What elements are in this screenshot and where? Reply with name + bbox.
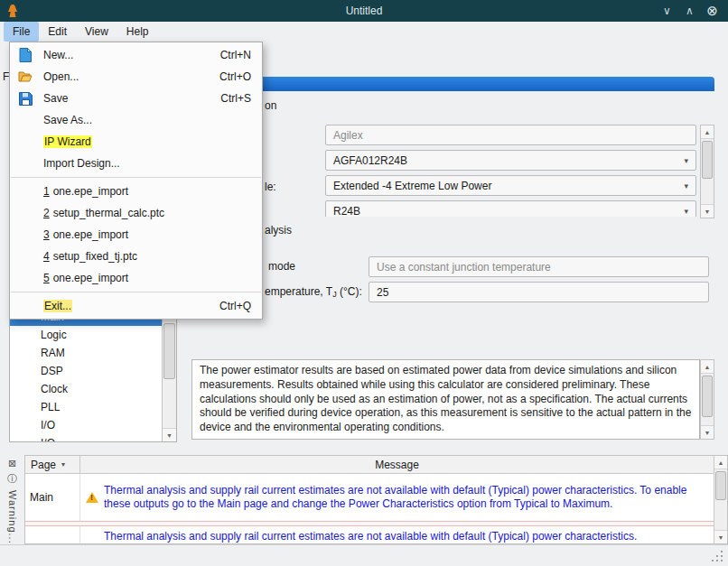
device-family-field[interactable]: Agilex <box>325 125 696 145</box>
message-row[interactable]: Thermal analysis and supply rail current… <box>25 526 714 543</box>
sort-dropdown-icon[interactable]: ▾ <box>61 460 65 469</box>
list-item[interactable]: Logic <box>10 326 176 344</box>
list-item[interactable]: Clock <box>10 380 176 398</box>
messages-scrollbar[interactable]: ▲ ▼ <box>714 456 727 543</box>
menu-item-recent-1[interactable]: 1one.epe_import <box>10 181 262 202</box>
tj-mode-field[interactable]: Use a constant junction temperature <box>369 256 709 277</box>
scrollbar-thumb[interactable] <box>715 471 726 500</box>
menu-item-save-as[interactable]: Save As... <box>10 109 262 131</box>
scrollbar-thumb[interactable] <box>702 141 713 179</box>
chevron-down-icon[interactable]: ▾ <box>678 181 688 190</box>
scroll-down-icon[interactable]: ▼ <box>163 428 176 441</box>
disclaimer-scrollbar[interactable]: ▲ ▼ <box>700 359 714 440</box>
menu-item-recent-3[interactable]: 3one.epe_import <box>10 224 262 246</box>
menu-item-open[interactable]: Open... Ctrl+O <box>10 66 262 88</box>
messages-panel: Page ▾ Message Main Thermal analysis and… <box>24 455 728 544</box>
resize-grip[interactable] <box>721 560 723 561</box>
device-part-combo[interactable]: AGFA012R24B ▾ <box>325 150 696 171</box>
menu-item-save[interactable]: Save Ctrl+S <box>10 88 262 109</box>
thermal-section-label-fragment: alysis <box>265 224 292 237</box>
open-folder-icon <box>14 70 36 84</box>
app-icon <box>6 4 19 18</box>
package-row-clipped: R24B ▾ <box>325 200 696 217</box>
device-section-header[interactable] <box>191 77 714 91</box>
window-title: Untitled <box>0 5 728 17</box>
menu-file[interactable]: File <box>4 22 39 42</box>
menu-item-recent-2[interactable]: 2setup_thermal_calc.ptc <box>10 202 262 224</box>
file-menu: New... Ctrl+N Open... Ctrl+O Save Ctrl+S… <box>9 42 263 320</box>
menu-item-recent-4[interactable]: 4setup_fixed_tj.ptc <box>10 246 262 267</box>
warning-icon <box>86 492 98 503</box>
list-item[interactable]: I/O <box>10 434 176 442</box>
maximize-window-icon[interactable]: ∧ <box>683 0 696 22</box>
page-column-header[interactable]: Page ▾ <box>25 456 80 473</box>
menu-item-exit[interactable]: Exit... Ctrl+Q <box>10 295 262 317</box>
list-item[interactable]: RAM <box>10 344 176 362</box>
menu-item-import-design[interactable]: Import Design... <box>10 153 262 174</box>
tj-label-fragment: emperature, TJ (°C): <box>265 285 362 299</box>
menu-help[interactable]: Help <box>117 22 158 42</box>
scrollbar-thumb[interactable] <box>702 376 713 417</box>
menu-item-new[interactable]: New... Ctrl+N <box>10 44 262 66</box>
tj-mode-label-fragment: mode <box>268 260 295 273</box>
menu-view[interactable]: View <box>76 22 117 42</box>
disclaimer-text: The power estimator results are based on… <box>191 359 700 440</box>
scroll-down-icon[interactable]: ▼ <box>701 204 714 218</box>
menu-edit[interactable]: Edit <box>39 22 76 42</box>
list-item[interactable]: PLL <box>10 398 176 416</box>
message-column-header[interactable]: Message <box>80 456 714 473</box>
new-document-icon <box>14 48 36 62</box>
status-bar <box>0 544 728 566</box>
titlebar: Untitled ∨ ∧ ⊗ <box>0 0 728 22</box>
scroll-up-icon[interactable]: ▲ <box>714 456 727 469</box>
dock-tab-label: Warning... <box>7 490 18 544</box>
app-window: Untitled ∨ ∧ ⊗ File Edit View Help F on … <box>0 0 728 566</box>
pages-list: Main Logic RAM DSP Clock PLL I/O I/O ▲ ▼ <box>9 307 177 442</box>
messages-header: Page ▾ Message <box>25 456 714 474</box>
warnings-dock-tab[interactable]: ⊠ ⓘ Warning... <box>0 455 24 544</box>
messages-body: Main Thermal analysis and supply rail cu… <box>25 474 714 543</box>
save-icon <box>14 92 36 106</box>
tj-value-field[interactable]: 25 <box>369 282 709 302</box>
device-section-label-fragment: on <box>265 99 276 112</box>
pages-list-scrollbar[interactable]: ▲ ▼ <box>162 308 176 441</box>
grade-label-fragment: le: <box>265 181 276 193</box>
chevron-down-icon[interactable]: ▾ <box>678 207 688 216</box>
list-item[interactable]: I/O <box>10 416 176 434</box>
menubar: File Edit View Help <box>0 22 728 42</box>
menu-separator <box>11 177 261 178</box>
scroll-up-icon[interactable]: ▲ <box>701 360 714 374</box>
scroll-down-icon[interactable]: ▼ <box>701 425 714 439</box>
chevron-down-icon[interactable]: ▾ <box>678 156 688 165</box>
scroll-up-icon[interactable]: ▲ <box>701 125 714 139</box>
close-window-icon[interactable]: ⊗ <box>705 0 719 22</box>
speed-grade-combo[interactable]: Extended -4 Extreme Low Power ▾ <box>325 175 696 196</box>
list-item[interactable]: DSP <box>10 362 176 380</box>
message-row[interactable]: Main Thermal analysis and supply rail cu… <box>25 474 714 521</box>
menu-separator <box>11 292 261 292</box>
scrollbar-thumb[interactable] <box>163 323 175 379</box>
menu-item-ip-wizard[interactable]: IP Wizard <box>10 131 262 153</box>
shade-window-icon[interactable]: ∨ <box>660 0 674 22</box>
scroll-down-icon[interactable]: ▼ <box>714 530 727 543</box>
dock-close-icon[interactable]: ⊠ <box>6 457 19 469</box>
dock-float-icon[interactable]: ⓘ <box>6 472 19 485</box>
device-form-scrollbar[interactable]: ▲ ▼ <box>700 125 714 218</box>
package-combo[interactable]: R24B ▾ <box>325 200 696 217</box>
menu-item-recent-5[interactable]: 5one.epe_import <box>10 267 262 289</box>
